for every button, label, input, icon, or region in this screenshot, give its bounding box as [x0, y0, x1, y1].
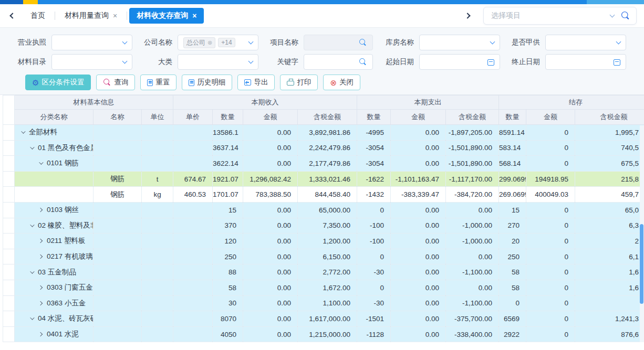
- tag-remove-icon[interactable]: ⊗: [207, 40, 212, 46]
- project-select[interactable]: 选择项目: [483, 7, 637, 25]
- filter-owner-supplied[interactable]: [545, 35, 626, 50]
- category-cell[interactable]: 0101 钢筋: [15, 156, 94, 172]
- table-row[interactable]: 0363 小五金300.001,100.00-300.00-1,100.0000: [3, 295, 644, 311]
- filter-company-name[interactable]: 总公司⊗+14: [178, 35, 258, 50]
- data-cell: -1,000.00: [446, 234, 499, 249]
- collapse-chevron-icon[interactable]: [38, 208, 43, 212]
- expand-chevron-icon[interactable]: [21, 130, 25, 134]
- column-header[interactable]: 数量: [213, 110, 243, 125]
- condition-settings-button[interactable]: ⚙区分条件设置: [25, 75, 91, 90]
- data-cell: 钢筋: [94, 171, 142, 187]
- category-cell[interactable]: 0401 水泥: [15, 326, 94, 342]
- search-icon[interactable]: [359, 38, 367, 47]
- category-cell[interactable]: [15, 187, 94, 203]
- data-cell: [94, 280, 142, 295]
- column-header[interactable]: 数量: [499, 110, 526, 125]
- calendar-icon[interactable]: [487, 59, 494, 66]
- print-button[interactable]: 打印: [280, 75, 318, 90]
- close-icon[interactable]: ×: [192, 12, 196, 19]
- expand-chevron-icon[interactable]: [30, 222, 34, 227]
- column-header[interactable]: 含税金额: [298, 110, 357, 125]
- tabs-scroll-left-icon[interactable]: [6, 10, 18, 22]
- collapse-chevron-icon[interactable]: [38, 332, 43, 336]
- expand-chevron-icon[interactable]: [39, 161, 43, 165]
- chevron-down-icon[interactable]: [616, 39, 621, 45]
- close-icon[interactable]: ×: [113, 12, 117, 19]
- column-header[interactable]: 金额: [391, 110, 446, 125]
- filter-project-name[interactable]: [304, 35, 373, 50]
- column-header[interactable]: 金额: [243, 110, 298, 125]
- table-row[interactable]: 02 橡胶、塑料及非金3700.007,350.00-1000.00-1,000…: [3, 218, 644, 234]
- tab-material-io-balance-query[interactable]: 材料收支存查询×: [129, 8, 204, 24]
- filter-start-date[interactable]: [419, 54, 500, 70]
- column-header[interactable]: 含税金额: [575, 110, 644, 125]
- table-row[interactable]: 0401 水泥40500.001,215,000.00-11280.00-338…: [3, 326, 644, 342]
- filter-warehouse-name[interactable]: [419, 35, 500, 50]
- category-cell[interactable]: 02 橡胶、塑料及非金: [15, 218, 94, 234]
- chevron-down-icon[interactable]: [490, 39, 495, 45]
- category-cell[interactable]: 0303 门窗五金: [15, 280, 94, 295]
- expand-chevron-icon[interactable]: [30, 316, 34, 320]
- data-cell: 6,150.00: [298, 249, 357, 264]
- history-detail-button[interactable]: 历史明细: [182, 75, 232, 90]
- tab-home[interactable]: 首页: [23, 8, 53, 24]
- tabs-scroll-right-icon[interactable]: [463, 10, 475, 22]
- category-cell[interactable]: 0217 有机玻璃: [15, 249, 94, 264]
- collapse-chevron-icon[interactable]: [38, 254, 43, 259]
- chevron-down-icon[interactable]: [122, 59, 128, 64]
- filter-major-category[interactable]: [178, 54, 258, 70]
- chevron-down-icon[interactable]: [248, 39, 254, 45]
- chevron-down-icon[interactable]: [610, 13, 615, 18]
- chevron-down-icon[interactable]: [248, 59, 254, 64]
- close-button[interactable]: ⊗关闭: [323, 75, 360, 90]
- browser-top-strip: [0, 0, 644, 4]
- vertical-scrollbar-thumb[interactable]: [640, 224, 643, 304]
- column-header[interactable]: 单位: [142, 110, 173, 125]
- table-row[interactable]: 0217 有机玻璃2500.006,150.0000.000.0025006,1: [3, 249, 644, 264]
- filter-business-license[interactable]: [51, 35, 132, 50]
- table-row[interactable]: 0101 钢筋3622.140.002,177,479.86-30540.00-…: [3, 156, 644, 172]
- expand-chevron-icon[interactable]: [30, 145, 34, 149]
- column-header[interactable]: 金额: [526, 110, 575, 125]
- filter-keyword[interactable]: [304, 54, 373, 70]
- table-row[interactable]: 01 黑色及有色金属3637.140.002,242,479.86-30540.…: [3, 140, 644, 156]
- table-row[interactable]: 03 五金制品880.002,772.00-300.00-1,100.00580…: [3, 264, 644, 280]
- table-row[interactable]: 全部材料13586.10.003,892,981.86-49950.00-1,8…: [3, 125, 644, 141]
- category-cell[interactable]: 01 黑色及有色金属: [15, 140, 94, 156]
- search-icon[interactable]: [359, 58, 367, 66]
- table-row[interactable]: 04 水泥、砖瓦灰砂80700.001,617,000.00-15010.00-…: [3, 311, 644, 327]
- calendar-icon[interactable]: [614, 59, 620, 66]
- table-row[interactable]: 钢筋kg460.531701.07783,388.50844,458.40-14…: [3, 187, 644, 203]
- query-button[interactable]: 查询: [96, 75, 135, 90]
- table-row[interactable]: 0211 塑料板1200.001,200.00-1000.00-1,000.00…: [3, 234, 644, 249]
- chevron-down-icon[interactable]: [122, 39, 128, 45]
- tab-material-usage-query[interactable]: 材料用量查询×: [57, 8, 124, 24]
- category-cell[interactable]: 0363 小五金: [15, 295, 94, 311]
- column-header[interactable]: 含税金额: [446, 110, 499, 125]
- category-cell[interactable]: 全部材料: [15, 125, 94, 141]
- export-button[interactable]: 导出: [237, 75, 275, 90]
- data-cell: [173, 264, 213, 280]
- collapse-chevron-icon[interactable]: [38, 239, 43, 243]
- table-row[interactable]: 钢筋t674.671921.071,296,082.421,333,021.46…: [3, 171, 644, 187]
- data-cell: 65,000.00: [298, 202, 357, 218]
- search-icon[interactable]: [621, 11, 630, 20]
- filter-end-date[interactable]: [545, 54, 626, 70]
- table-row[interactable]: 0303 门窗五金580.001,672.0000.000.005801,6: [3, 280, 644, 295]
- filter-material-catalog[interactable]: [51, 54, 132, 70]
- column-header[interactable]: 单价: [173, 110, 213, 125]
- reset-button[interactable]: 重置: [140, 75, 176, 90]
- column-header[interactable]: 名称: [94, 110, 142, 125]
- category-cell[interactable]: 03 五金制品: [15, 264, 94, 280]
- column-header[interactable]: 分类名称: [15, 110, 94, 125]
- category-cell[interactable]: 0103 钢丝: [15, 202, 94, 218]
- category-cell[interactable]: 0211 塑料板: [15, 234, 94, 249]
- data-cell: -100: [357, 234, 391, 249]
- expand-chevron-icon[interactable]: [30, 269, 34, 273]
- table-row[interactable]: 0103 钢丝150.0065,000.0000.000.0015065,0: [3, 202, 644, 218]
- category-cell[interactable]: [15, 171, 94, 187]
- collapse-chevron-icon[interactable]: [38, 285, 43, 290]
- column-header[interactable]: 数量: [357, 110, 391, 125]
- collapse-chevron-icon[interactable]: [38, 301, 43, 305]
- category-cell[interactable]: 04 水泥、砖瓦灰砂: [15, 311, 94, 327]
